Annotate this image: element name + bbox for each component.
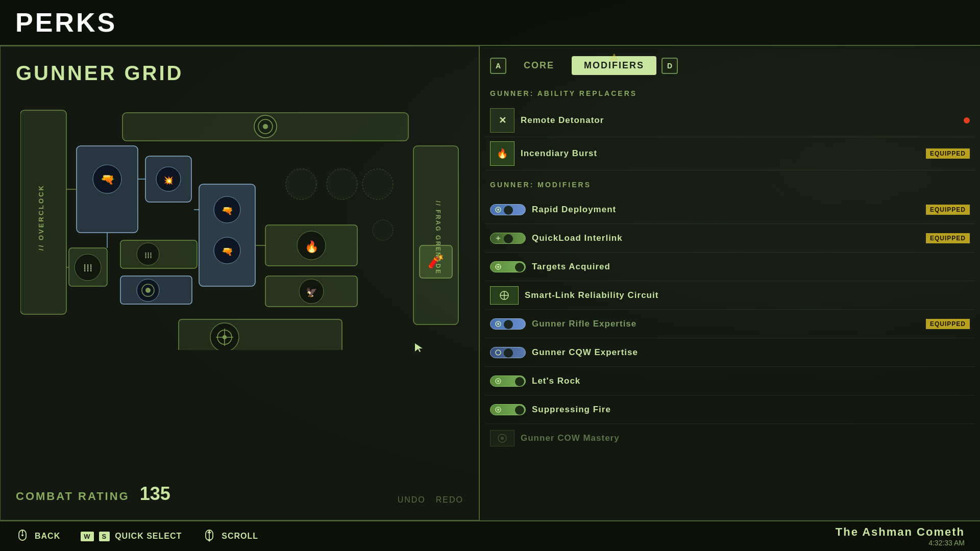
tab-key-right[interactable]: D [662, 58, 678, 74]
incendiary-burst-badge: EQUIPPED [926, 148, 970, 159]
svg-rect-15 [199, 184, 255, 286]
svg-point-42 [223, 335, 227, 339]
svg-point-47 [373, 220, 393, 240]
ability-replacers-list: ✕ Remote Detonator 🔥 Incendiary Burst EQ… [480, 104, 980, 170]
mission-name: The Ashman Cometh [836, 525, 965, 539]
perk-smart-link[interactable]: Smart-Link Reliability Circuit [485, 281, 975, 310]
perk-gunner-cqw[interactable]: Gunner CQW Expertise [485, 338, 975, 367]
undo-button[interactable]: UNDO [398, 495, 426, 505]
suppressing-fire-toggle[interactable] [490, 404, 526, 415]
quickload-name: QuickLoad Interlink [532, 233, 920, 243]
svg-point-45 [327, 169, 357, 199]
combat-rating-value: 135 [140, 483, 170, 505]
svg-text:🦅: 🦅 [306, 287, 317, 298]
rifle-expertise-toggle[interactable] [490, 318, 526, 330]
scroll-control[interactable]: SCROLL [202, 529, 258, 543]
perk-quickload-interlink[interactable]: QuickLoad Interlink EQUIPPED [485, 224, 975, 253]
toggle-knob [504, 234, 513, 243]
targets-acquired-name: Targets Acquired [532, 262, 970, 272]
incendiary-burst-name: Incendiary Burst [521, 148, 920, 159]
bottom-controls: BACK W S QUICK SELECT SCROLL [15, 529, 258, 543]
svg-point-18 [214, 237, 240, 264]
svg-text:// OVERCLOCK: // OVERCLOCK [37, 184, 45, 251]
toggle-knob [504, 320, 513, 329]
svg-text:🔫: 🔫 [100, 172, 114, 186]
svg-point-13 [75, 254, 101, 281]
main-content: GUNNER GRID // OVERCLOCK 🔫 [0, 46, 980, 520]
svg-point-76 [501, 437, 504, 440]
perk-rapid-deployment[interactable]: Rapid Deployment EQUIPPED [485, 195, 975, 224]
svg-rect-37 [179, 319, 342, 350]
toggle-knob [515, 377, 524, 386]
ability-replacers-header: GUNNER: ABILITY REPLACERS [480, 85, 980, 102]
modifiers-list: Rapid Deployment EQUIPPED QuickLoad Inte… [480, 195, 980, 453]
cqw-toggle[interactable] [490, 347, 526, 358]
remote-detonator-icon: ✕ [490, 108, 514, 133]
tab-core[interactable]: CORE [511, 56, 567, 75]
svg-rect-30 [265, 276, 357, 307]
back-control[interactable]: BACK [15, 529, 60, 543]
perk-gunner-rifle-expertise[interactable]: Gunner Rifle Expertise EQUIPPED [485, 310, 975, 338]
svg-point-38 [210, 323, 239, 350]
toggle-knob [504, 348, 513, 358]
modifiers-header: GUNNER: MODIFIERS [480, 177, 980, 193]
svg-rect-23 [120, 276, 192, 304]
right-panel: A CORE ⚠ MODIFIERS D GUNNER: ABILITY REP… [480, 46, 980, 520]
perk-remote-detonator[interactable]: ✕ Remote Detonator [485, 104, 975, 137]
remote-detonator-dot [964, 117, 970, 123]
svg-text:⁞⁞⁞: ⁞⁞⁞ [144, 251, 152, 260]
svg-text:// FRAG GRENADE: // FRAG GRENADE [434, 201, 442, 275]
svg-rect-0 [20, 110, 66, 314]
rapid-deployment-badge: EQUIPPED [926, 205, 970, 215]
scroll-label: SCROLL [222, 532, 258, 541]
svg-text:🔫: 🔫 [222, 246, 233, 257]
undo-redo: UNDO REDO [398, 495, 463, 505]
svg-rect-6 [77, 146, 138, 233]
tab-bar: A CORE ⚠ MODIFIERS D [480, 56, 980, 75]
svg-point-7 [93, 165, 121, 193]
svg-marker-54 [415, 343, 423, 352]
svg-text:🧨: 🧨 [428, 253, 445, 269]
remote-detonator-name: Remote Detonator [521, 115, 958, 126]
perk-targets-acquired[interactable]: Targets Acquired [485, 253, 975, 281]
svg-rect-12 [69, 248, 107, 286]
combat-rating: COMBAT RATING 135 [16, 483, 170, 505]
svg-point-46 [362, 169, 393, 199]
top-bar: PERKS [0, 0, 980, 46]
left-panel: GUNNER GRID // OVERCLOCK 🔫 [0, 46, 480, 520]
svg-point-4 [258, 119, 273, 134]
svg-point-69 [497, 323, 499, 325]
quickload-toggle[interactable] [490, 233, 526, 244]
rapid-deployment-toggle[interactable] [490, 204, 526, 215]
cow-mastery-name: Gunner COW Mastery [521, 433, 970, 443]
redo-button[interactable]: REDO [436, 495, 463, 505]
svg-rect-35 [420, 245, 452, 278]
perk-gunner-cow-mastery[interactable]: Gunner COW Mastery [485, 424, 975, 453]
toggle-knob [515, 263, 524, 272]
svg-point-24 [137, 279, 159, 302]
perk-lets-rock[interactable]: Let's Rock [485, 367, 975, 395]
svg-point-16 [214, 196, 240, 223]
quick-select-control[interactable]: W S QUICK SELECT [81, 532, 182, 541]
grid-area: // OVERCLOCK 🔫 💥 ⁞⁞⁞ [20, 95, 459, 350]
svg-marker-82 [207, 531, 211, 533]
svg-text:🔫: 🔫 [222, 205, 233, 216]
warning-icon: ⚠ [610, 52, 618, 62]
perk-suppressing-fire[interactable]: Suppressing Fire [485, 395, 975, 424]
page-title: PERKS [15, 7, 117, 38]
perk-incendiary-burst[interactable]: 🔥 Incendiary Burst EQUIPPED [485, 137, 975, 170]
svg-rect-2 [122, 113, 408, 141]
back-label: BACK [35, 532, 60, 541]
grid-svg: // OVERCLOCK 🔫 💥 ⁞⁞⁞ [20, 95, 459, 350]
targets-acquired-toggle[interactable] [490, 261, 526, 272]
cursor [414, 342, 424, 355]
svg-text:⁞⁞⁞: ⁞⁞⁞ [83, 262, 92, 273]
rifle-expertise-badge: EQUIPPED [926, 319, 970, 329]
tab-key-left[interactable]: A [490, 58, 506, 74]
lets-rock-toggle[interactable] [490, 375, 526, 387]
cqw-name: Gunner CQW Expertise [532, 347, 970, 358]
smart-link-name: Smart-Link Reliability Circuit [525, 290, 970, 300]
svg-point-56 [497, 209, 499, 211]
w-key: W [81, 532, 93, 541]
svg-point-79 [21, 534, 23, 536]
